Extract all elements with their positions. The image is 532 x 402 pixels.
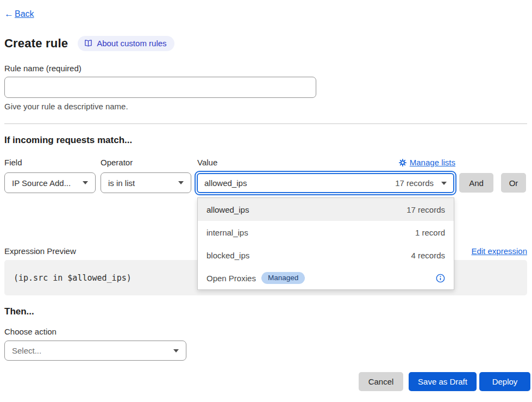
operator-select-value: is in list	[108, 178, 135, 188]
list-option-name: internal_ips	[206, 228, 248, 237]
manage-lists-label: Manage lists	[410, 158, 455, 167]
chevron-down-icon	[83, 181, 88, 184]
chevron-down-icon	[178, 181, 184, 184]
gear-icon	[399, 159, 406, 166]
field-label: Field	[4, 158, 22, 167]
chevron-down-icon	[441, 182, 447, 185]
list-option-name: blocked_ips	[206, 251, 249, 260]
and-button[interactable]: And	[459, 173, 493, 193]
rule-name-helper: Give your rule a descriptive name.	[4, 102, 128, 111]
action-select-placeholder: Select...	[12, 346, 41, 355]
action-select[interactable]: Select...	[4, 341, 186, 361]
list-option-name: allowed_ips	[206, 205, 249, 214]
page-title: Create rule	[4, 36, 68, 51]
choose-action-label: Choose action	[4, 327, 57, 336]
managed-badge: Managed	[261, 272, 305, 284]
list-option-blocked-ips[interactable]: blocked_ips 4 records	[198, 244, 454, 267]
edit-expression-label: Edit expression	[471, 246, 527, 256]
edit-expression-link[interactable]: Edit expression	[471, 246, 527, 256]
cancel-button[interactable]: Cancel	[359, 372, 403, 391]
or-button[interactable]: Or	[501, 173, 526, 193]
about-custom-rules-label: About custom rules	[97, 39, 166, 48]
expression-code: (ip.src in $allowed_ips)	[4, 273, 132, 283]
info-icon[interactable]	[436, 274, 445, 283]
value-select[interactable]: allowed_ips 17 records	[197, 173, 454, 193]
create-rule-page: ← Back Create rule About custom rules Ru…	[0, 0, 532, 402]
field-select[interactable]: IP Source Add...	[4, 172, 96, 193]
title-row: Create rule About custom rules	[4, 36, 174, 51]
back-link[interactable]: ← Back	[4, 9, 34, 20]
deploy-button[interactable]: Deploy	[479, 372, 530, 391]
then-section-heading: Then...	[4, 306, 34, 317]
list-option-name: Open Proxies	[206, 274, 256, 283]
list-option-records: 4 records	[411, 251, 445, 260]
back-arrow-icon: ←	[4, 9, 14, 20]
back-link-label: Back	[15, 9, 34, 19]
match-section-heading: If incoming requests match...	[4, 135, 132, 146]
rule-name-label: Rule name (required)	[4, 64, 82, 73]
list-option-open-proxies[interactable]: Open Proxies Managed	[198, 267, 454, 289]
book-icon	[84, 39, 92, 47]
operator-select[interactable]: is in list	[101, 172, 191, 193]
section-divider	[4, 123, 527, 124]
field-select-value: IP Source Add...	[12, 178, 71, 188]
save-as-draft-button[interactable]: Save as Draft	[409, 372, 477, 391]
list-option-internal-ips[interactable]: internal_ips 1 record	[198, 221, 454, 244]
value-select-meta: 17 records	[395, 178, 434, 188]
value-select-focus-ring: allowed_ips 17 records	[195, 171, 456, 195]
chevron-down-icon	[173, 349, 179, 352]
expression-preview-label: Expression Preview	[4, 246, 76, 256]
manage-lists-link[interactable]: Manage lists	[399, 158, 455, 167]
value-dropdown-menu: allowed_ips 17 records internal_ips 1 re…	[197, 197, 454, 290]
list-option-records: 17 records	[406, 205, 445, 214]
about-custom-rules-link[interactable]: About custom rules	[78, 36, 174, 51]
value-select-value: allowed_ips	[204, 178, 247, 188]
operator-label: Operator	[101, 158, 133, 167]
rule-name-input[interactable]	[4, 77, 316, 98]
list-option-records: 1 record	[415, 228, 445, 237]
list-option-allowed-ips[interactable]: allowed_ips 17 records	[198, 198, 454, 221]
value-label: Value	[197, 158, 217, 167]
